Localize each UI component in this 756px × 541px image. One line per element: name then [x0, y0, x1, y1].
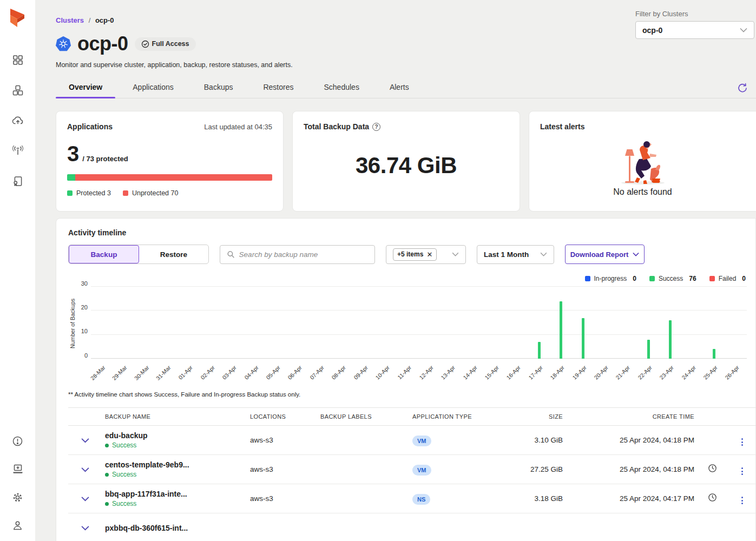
portworx-logo-icon[interactable] — [8, 8, 28, 28]
help-icon[interactable]: ? — [372, 123, 380, 131]
settings-gear-icon[interactable] — [12, 491, 24, 503]
backup-name[interactable]: centos-template-9eb9... — [105, 460, 244, 469]
profile-user-icon[interactable] — [12, 519, 24, 531]
activity-antenna-icon[interactable] — [12, 145, 24, 157]
x-tick-label: 30-Mar — [133, 364, 150, 381]
tab-restores[interactable]: Restores — [250, 77, 306, 98]
no-alerts-illustration — [613, 135, 673, 185]
x-tick-label: 19-Apr — [571, 364, 588, 381]
location-cell: aws-s3 — [247, 455, 317, 484]
chart-column-20-Apr — [594, 287, 615, 359]
tab-applications[interactable]: Applications — [120, 77, 187, 98]
status-badge: Success — [105, 441, 244, 449]
tab-schedules[interactable]: Schedules — [311, 77, 372, 98]
expand-chevron-icon[interactable] — [81, 496, 89, 502]
x-tick-label: 20-Apr — [593, 364, 609, 381]
chart-column-12-Apr — [419, 287, 441, 359]
bar-22-Apr[interactable] — [647, 340, 650, 359]
activity-controls: BackupRestore +5 items ✕ Last 1 Month — [68, 245, 755, 264]
dashboard-grid-icon[interactable] — [12, 54, 24, 66]
cluster-filter-select[interactable]: ocp-0 — [635, 21, 754, 39]
chip-close-icon[interactable]: ✕ — [426, 250, 432, 259]
x-tick-label: 18-Apr — [549, 364, 566, 381]
backup-name[interactable]: edu-backup — [105, 431, 244, 440]
search-input[interactable] — [239, 250, 368, 259]
x-label-cell: 28-Mar — [91, 359, 113, 390]
protection-progress-bar — [67, 174, 272, 181]
x-tick-label: 31-Mar — [155, 364, 172, 381]
chart-legend-label: In-progress — [594, 275, 627, 282]
expander-cell — [68, 484, 102, 513]
expand-chevron-icon[interactable] — [81, 525, 89, 531]
kebab-menu-icon[interactable] — [739, 465, 745, 477]
x-tick-label: 09-Apr — [352, 364, 369, 381]
activity-timeline-title: Activity timeline — [68, 228, 755, 237]
app-type-badge: NS — [412, 494, 430, 505]
total-backup-title: Total Backup Data — [304, 122, 369, 131]
tab-alerts[interactable]: Alerts — [377, 77, 422, 98]
backup-name-cell: centos-template-9eb9...Success — [102, 455, 247, 484]
x-label-cell: 07-Apr — [310, 359, 331, 390]
items-filter-select[interactable]: +5 items ✕ — [386, 245, 466, 264]
toggle-backup[interactable]: Backup — [69, 245, 139, 263]
legend-label: Protected 3 — [76, 189, 111, 197]
backup-name[interactable]: pxbbq-db-360f615-int... — [105, 524, 244, 532]
download-report-button[interactable]: Download Report — [565, 245, 645, 264]
rules-document-icon[interactable] — [12, 175, 24, 187]
toggle-restore[interactable]: Restore — [139, 245, 208, 263]
alerts-info-icon[interactable] — [12, 435, 24, 447]
bar-18-Apr[interactable] — [560, 301, 562, 359]
clusters-cubes-icon[interactable] — [12, 84, 24, 96]
chart-column-09-Apr — [353, 287, 375, 359]
search-box[interactable] — [220, 245, 375, 264]
bar-25-Apr[interactable] — [713, 349, 715, 359]
actions-cell — [727, 426, 756, 455]
col-create-time: CREATE TIME — [566, 408, 698, 426]
latest-alerts-title: Latest alerts — [540, 122, 584, 131]
backup-name[interactable]: bbq-app-117f31a-inte... — [105, 490, 244, 498]
table-row: centos-template-9eb9...Successaws-s3VM27… — [68, 455, 756, 484]
bar-19-Apr[interactable] — [582, 318, 584, 359]
location-cell: aws-s3 — [247, 426, 317, 455]
bar-17-Apr[interactable] — [538, 342, 541, 359]
bar-23-Apr[interactable] — [669, 320, 672, 359]
kebab-menu-icon[interactable] — [739, 436, 745, 448]
application-type-cell — [409, 513, 523, 541]
expand-chevron-icon[interactable] — [81, 438, 89, 443]
chart-column-07-Apr — [310, 287, 331, 359]
legend-item: Unprotected 70 — [123, 189, 178, 197]
clock-icon[interactable] — [708, 493, 717, 502]
backup-table-body: edu-backupSuccessaws-s3VM3.10 GiB25 Apr … — [68, 426, 756, 541]
chevron-down-icon — [633, 252, 639, 256]
kebab-menu-icon[interactable] — [739, 494, 745, 506]
create-time-cell: 25 Apr 2024, 04:18 PM — [566, 426, 698, 455]
kubernetes-icon — [56, 36, 71, 51]
tab-backups[interactable]: Backups — [191, 77, 246, 98]
protected-count: 3 — [67, 143, 79, 164]
backup-table-header: BACKUP NAME LOCATIONS BACKUP LABELS APPL… — [68, 408, 756, 426]
period-select[interactable]: Last 1 Month — [477, 245, 554, 264]
chart-column-26-Apr — [725, 287, 747, 359]
refresh-icon[interactable] — [737, 83, 748, 94]
chart-column-23-Apr — [660, 287, 681, 359]
breadcrumb-clusters-link[interactable]: Clusters — [56, 16, 84, 24]
cloud-backup-icon[interactable] — [12, 115, 24, 127]
chart-column-22-Apr — [637, 287, 659, 359]
col-application-type: APPLICATION TYPE — [409, 408, 523, 426]
app-type-badge: VM — [412, 465, 431, 476]
table-row: pxbbq-db-360f615-int... — [68, 513, 756, 541]
x-label-cell: 25-Apr — [703, 359, 725, 390]
expand-chevron-icon[interactable] — [81, 467, 89, 472]
install-agent-icon[interactable] — [12, 463, 24, 475]
chart-column-05-Apr — [266, 287, 287, 359]
x-label-cell: 12-Apr — [419, 359, 441, 390]
period-value: Last 1 Month — [484, 250, 529, 259]
tab-overview[interactable]: Overview — [56, 77, 115, 98]
x-label-cell: 18-Apr — [550, 359, 572, 390]
clock-cell — [698, 455, 727, 484]
legend-square-icon — [585, 276, 590, 281]
total-backup-card: Total Backup Data ? 36.74 GiB — [292, 111, 520, 212]
create-time-cell: 25 Apr 2024, 04:17 PM — [566, 484, 698, 513]
status-badge: Success — [105, 500, 244, 507]
clock-icon[interactable] — [708, 464, 717, 473]
